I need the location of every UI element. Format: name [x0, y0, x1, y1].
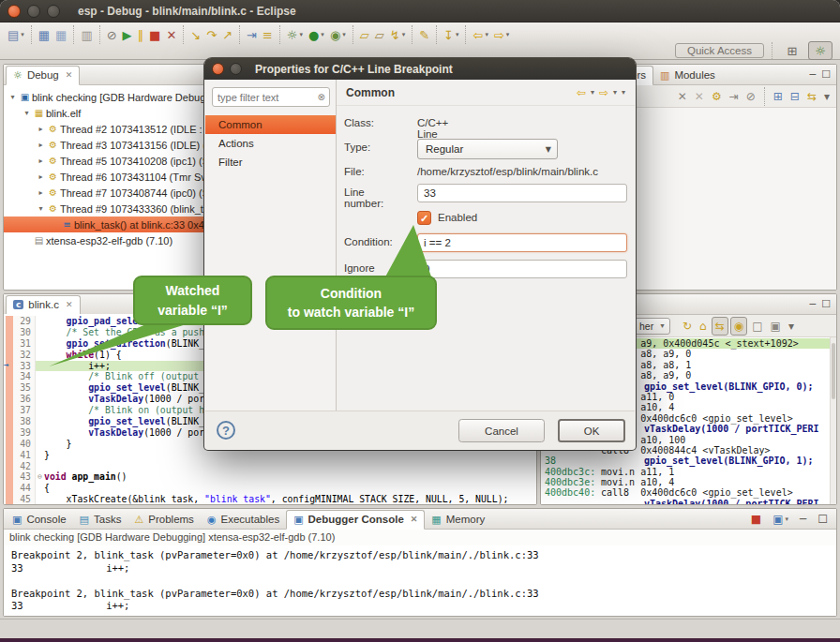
collapsed-icon[interactable]: ▸: [36, 141, 46, 149]
line-number-field[interactable]: [417, 184, 627, 202]
home-icon[interactable]: ⌂: [697, 317, 710, 336]
debug-button[interactable]: ☼▾: [284, 23, 306, 46]
maximize-icon[interactable]: ☐: [821, 68, 831, 81]
switch-layout-icon[interactable]: ⇆: [804, 87, 819, 106]
run-button[interactable]: ●▾: [306, 23, 327, 46]
remove-selected-icon[interactable]: ✕: [675, 87, 690, 106]
back-button-dropdown[interactable]: ▾: [485, 31, 488, 38]
forward-button-dropdown[interactable]: ▾: [506, 31, 510, 38]
tab-blink-c-close-icon[interactable]: ✕: [66, 300, 73, 309]
nav-actions[interactable]: Actions: [205, 134, 336, 153]
tab-tasks[interactable]: ▤Tasks: [73, 510, 128, 530]
remove-all-icon[interactable]: ✕: [692, 87, 707, 106]
tab-debug-close-icon[interactable]: ✕: [66, 70, 73, 80]
back-button[interactable]: ⇦▾: [470, 23, 490, 46]
tab-debugger-console[interactable]: ▣Debugger Console✕: [286, 510, 425, 530]
window-maximize-button[interactable]: [47, 5, 60, 18]
forward-button[interactable]: ⇨▾: [491, 23, 512, 46]
collapsed-icon[interactable]: ▸: [36, 188, 46, 197]
open-perspective-button[interactable]: ⊞: [780, 41, 804, 60]
debug-button-dropdown[interactable]: ▾: [300, 31, 304, 38]
last-edit-location-button-dropdown[interactable]: ▾: [456, 31, 459, 38]
step-into-button[interactable]: ↘: [188, 23, 203, 46]
layout-icon[interactable]: ⚙: [709, 87, 725, 106]
expanded-icon[interactable]: ▾: [36, 204, 46, 213]
quick-access-button[interactable]: Quick Access: [675, 43, 764, 58]
enabled-checkbox[interactable]: ✓: [417, 211, 431, 225]
maximize-icon[interactable]: ☐: [821, 298, 831, 310]
disable-icon[interactable]: ⊘: [743, 87, 758, 106]
profile-button-dropdown[interactable]: ▾: [342, 31, 346, 38]
refresh-icon[interactable]: ↻: [680, 317, 695, 336]
collapse-all-icon[interactable]: ⊟: [788, 87, 802, 106]
collapsed-icon[interactable]: ▸: [36, 172, 46, 181]
tab-console[interactable]: ▣Console: [6, 510, 73, 530]
open-project-button[interactable]: ▱: [357, 23, 372, 46]
tab-problems[interactable]: ⚠Problems: [128, 510, 200, 530]
step-over-button[interactable]: ↷: [203, 23, 219, 46]
expand-all-icon[interactable]: ⊞: [771, 87, 786, 106]
cancel-button[interactable]: Cancel: [458, 419, 545, 442]
step-return-button[interactable]: ↗: [219, 23, 235, 46]
save-all-button[interactable]: ▦: [52, 23, 69, 46]
tab-modules[interactable]: ▥Modules: [653, 66, 722, 85]
condition-field[interactable]: [417, 233, 627, 252]
close-tab-icon[interactable]: ✕: [411, 515, 418, 524]
view-menu-chevron[interactable]: ▾: [786, 317, 797, 336]
instruction-stepping-button[interactable]: ⇥: [244, 23, 260, 46]
flash-button-dropdown[interactable]: ▾: [402, 31, 406, 38]
display-selected-console-icon-dropdown[interactable]: ▾: [785, 515, 788, 523]
last-edit-location-button[interactable]: ↧▾: [441, 23, 461, 46]
back-menu-chevron[interactable]: ▾: [591, 88, 594, 97]
console-output[interactable]: Breakpoint 2, blink_task (pvParameter=0x…: [4, 546, 836, 616]
new-wizard-button[interactable]: ▤▾: [5, 23, 27, 46]
collapsed-icon[interactable]: ▸: [36, 125, 46, 133]
tab-executables[interactable]: ◉Executables: [201, 510, 286, 530]
open-new-view-icon[interactable]: □: [749, 317, 765, 336]
view-menu-chevron[interactable]: ▾: [622, 88, 625, 97]
tab-debug[interactable]: ☼ Debug ✕: [6, 66, 80, 85]
flash-button[interactable]: ↯▾: [387, 23, 408, 46]
minimize-icon[interactable]: ─: [810, 68, 817, 81]
help-button[interactable]: ?: [217, 421, 235, 440]
ok-button[interactable]: OK: [558, 419, 625, 442]
view-menu-chevron[interactable]: ▾: [821, 87, 832, 106]
window-minimize-button[interactable]: [27, 5, 40, 18]
forward-menu-chevron[interactable]: ▾: [613, 88, 617, 97]
collapsed-icon[interactable]: ▸: [36, 157, 46, 165]
mark-occurrences-button[interactable]: ✎: [416, 23, 432, 46]
minimize-icon[interactable]: ─: [797, 510, 809, 529]
minimize-icon[interactable]: ─: [810, 298, 817, 310]
back-icon[interactable]: ⇦: [577, 86, 586, 99]
filter-input[interactable]: [213, 92, 307, 103]
import-icon[interactable]: ⇥: [727, 87, 742, 106]
suspend-button[interactable]: ∥: [135, 23, 147, 46]
expanded-icon[interactable]: ▾: [22, 109, 32, 117]
tab-blink-c[interactable]: c blink.c ✕: [6, 295, 81, 315]
nav-common[interactable]: Common: [205, 115, 336, 134]
track-expression-toggle[interactable]: ◉: [730, 317, 747, 336]
profile-button[interactable]: ◉▾: [327, 23, 349, 46]
ignore-count-field[interactable]: [417, 260, 627, 278]
type-dropdown[interactable]: Regular ▼: [417, 139, 558, 159]
pin-view-icon[interactable]: ▣: [768, 317, 784, 336]
forward-icon[interactable]: ⇨: [599, 86, 608, 99]
skip-all-breakpoints-button[interactable]: ⊘: [104, 23, 120, 46]
save-button[interactable]: ▦: [36, 23, 52, 46]
run-button-dropdown[interactable]: ▾: [321, 31, 324, 38]
expanded-icon[interactable]: ▾: [8, 93, 18, 101]
nav-filter[interactable]: Filter: [205, 153, 336, 172]
debug-perspective-button[interactable]: ☼: [808, 41, 832, 60]
drop-to-frame-button[interactable]: ≡: [260, 23, 276, 46]
sync-pc-toggle[interactable]: ⇆: [712, 317, 728, 336]
breakpoint-current-line-icon[interactable]: →: [4, 360, 8, 371]
maximize-icon[interactable]: ☐: [815, 510, 831, 529]
terminate-console-icon[interactable]: ■: [748, 510, 764, 529]
display-selected-console-icon[interactable]: ▣▾: [770, 510, 791, 529]
dialog-close-button[interactable]: [212, 63, 224, 75]
new-wizard-button-dropdown[interactable]: ▾: [21, 31, 24, 38]
resume-button[interactable]: ▶: [120, 23, 135, 46]
binary-file-button[interactable]: ▥: [78, 23, 95, 46]
terminate-button[interactable]: ■: [146, 23, 163, 46]
clear-filter-icon[interactable]: ⊗: [318, 92, 329, 102]
